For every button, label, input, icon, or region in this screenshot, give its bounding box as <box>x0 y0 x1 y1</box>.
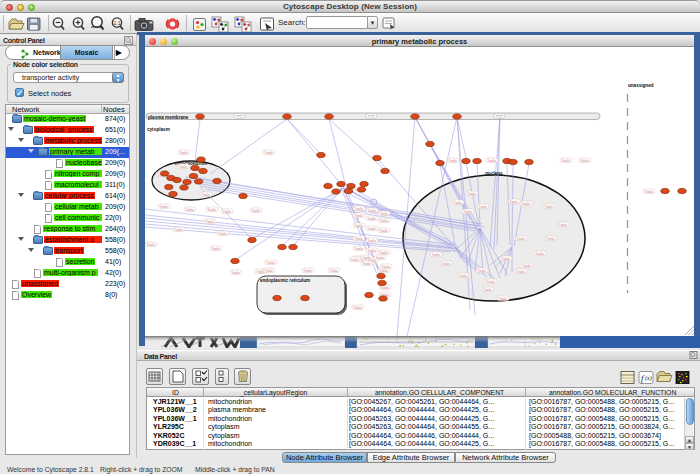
svg-text:Yxx0x: Yxx0x <box>380 251 389 255</box>
svg-text:Yxx0x: Yxx0x <box>380 219 389 223</box>
svg-text:Yxx0x: Yxx0x <box>202 193 211 197</box>
svg-text:Yxx0x: Yxx0x <box>488 159 497 163</box>
svg-text:Yxx0x: Yxx0x <box>581 159 590 163</box>
svg-text:Yxx0x: Yxx0x <box>442 262 451 266</box>
svg-text:Yxx0x: Yxx0x <box>351 258 360 262</box>
svg-text:Yxx0x: Yxx0x <box>267 261 276 265</box>
svg-text:Yxx0x: Yxx0x <box>487 280 496 284</box>
svg-text:Yxx0x: Yxx0x <box>363 262 372 266</box>
svg-text:Yxx0x: Yxx0x <box>380 212 389 216</box>
svg-text:Yxx0x: Yxx0x <box>265 151 274 155</box>
svg-text:Yxx0x: Yxx0x <box>355 247 364 251</box>
svg-text:unassigned: unassigned <box>628 83 654 88</box>
svg-text:Yxx0x: Yxx0x <box>464 210 473 214</box>
svg-text:nucleus: nucleus <box>485 171 503 176</box>
svg-text:Yxx0x: Yxx0x <box>265 269 274 273</box>
svg-text:Yxx0x: Yxx0x <box>547 237 556 241</box>
svg-text:Yxx0x: Yxx0x <box>355 214 364 218</box>
svg-text:Yxx0x: Yxx0x <box>368 227 377 231</box>
svg-text:Yxx0x: Yxx0x <box>382 265 391 269</box>
svg-text:Yxx0x: Yxx0x <box>545 205 554 209</box>
svg-text:Yxx0x: Yxx0x <box>380 269 389 273</box>
svg-text:Yxx0x: Yxx0x <box>368 249 377 253</box>
svg-text:Yxx0x: Yxx0x <box>449 159 458 163</box>
svg-text:Yxx0x: Yxx0x <box>562 159 571 163</box>
svg-text:Yxx0x: Yxx0x <box>208 208 217 212</box>
svg-text:f: f <box>641 373 645 383</box>
svg-text:Yxx0x: Yxx0x <box>478 269 487 273</box>
svg-text:Yxx0x: Yxx0x <box>180 151 189 155</box>
svg-text:cytoplasm: cytoplasm <box>147 127 170 132</box>
svg-text:endoplasmic reticulum: endoplasmic reticulum <box>260 278 310 283</box>
svg-text:Yxx0x: Yxx0x <box>517 237 526 241</box>
svg-text:Yxx0x: Yxx0x <box>186 208 195 212</box>
svg-text:Yxx0x: Yxx0x <box>499 297 508 301</box>
svg-text:Yxx0x: Yxx0x <box>645 190 654 194</box>
svg-text:Yxx0x: Yxx0x <box>468 192 477 196</box>
svg-text:Yxx0x: Yxx0x <box>459 274 468 278</box>
svg-text:Yxx0x: Yxx0x <box>380 229 389 233</box>
svg-text:Yxx0x: Yxx0x <box>368 217 377 221</box>
svg-text:Yxx0x: Yxx0x <box>212 247 221 251</box>
svg-text:Yxx0x: Yxx0x <box>368 209 377 213</box>
svg-text:Yxx0x: Yxx0x <box>219 232 228 236</box>
svg-text:Yxx0x: Yxx0x <box>232 271 241 275</box>
svg-text:plasma membrane: plasma membrane <box>148 115 189 120</box>
svg-text:(x): (x) <box>645 375 652 382</box>
svg-text:Yxx0x: Yxx0x <box>363 256 372 260</box>
svg-text:Yxx0x: Yxx0x <box>484 288 493 292</box>
svg-text:Yxx0x: Yxx0x <box>381 286 390 290</box>
svg-text:Yxx0x: Yxx0x <box>536 252 545 256</box>
svg-text:Yxx0x: Yxx0x <box>522 202 531 206</box>
svg-text:Yxx0x: Yxx0x <box>355 237 364 241</box>
svg-text:Yxx0x: Yxx0x <box>523 264 532 268</box>
svg-text:Yxx0x: Yxx0x <box>354 306 363 310</box>
svg-text:Yxx0x: Yxx0x <box>454 201 463 205</box>
svg-text:Yxx0x: Yxx0x <box>502 257 511 261</box>
svg-text:1:1: 1:1 <box>114 20 121 26</box>
svg-text:Yxx0x: Yxx0x <box>376 256 385 260</box>
svg-text:Yxx0x: Yxx0x <box>517 270 526 274</box>
svg-text:Yxx0x: Yxx0x <box>559 223 568 227</box>
svg-text:Yxx0x: Yxx0x <box>160 205 169 209</box>
svg-text:Yxx0x: Yxx0x <box>479 205 488 209</box>
svg-text:Yxx0x: Yxx0x <box>147 243 156 247</box>
svg-text:Yxx0x: Yxx0x <box>304 269 313 273</box>
svg-text:Yxx0x: Yxx0x <box>330 269 339 273</box>
svg-text:Yxx0x: Yxx0x <box>355 207 364 211</box>
svg-text:Yxx0x: Yxx0x <box>355 224 364 228</box>
svg-text:Yxx0x: Yxx0x <box>206 220 215 224</box>
svg-text:Yxx0x: Yxx0x <box>510 200 519 204</box>
svg-text:Yxx0x: Yxx0x <box>179 165 188 169</box>
svg-text:Yxx0x: Yxx0x <box>175 228 184 232</box>
svg-text:Yxx0x: Yxx0x <box>368 239 377 243</box>
svg-text:Yxx0x: Yxx0x <box>432 253 441 257</box>
svg-text:Yxx0x: Yxx0x <box>223 210 232 214</box>
svg-text:Yxx0x: Yxx0x <box>252 209 261 213</box>
